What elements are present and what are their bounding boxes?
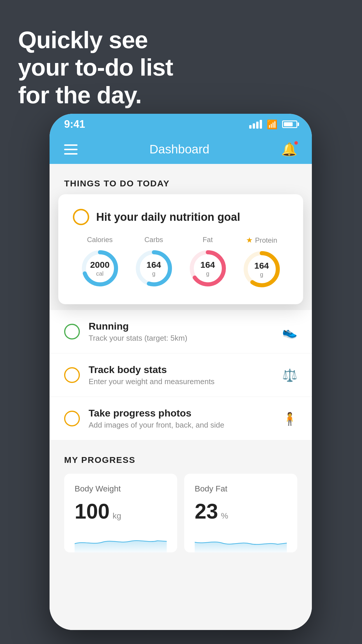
todo-title-photos: Take progress photos [89, 407, 273, 419]
nav-title: Dashboard [150, 142, 209, 156]
signal-icon [249, 120, 262, 129]
headline-line1: Quickly see [18, 27, 148, 53]
running-icon: 👟 [282, 325, 297, 339]
todo-item-photos[interactable]: Take progress photos Add images of your … [50, 397, 312, 440]
todo-text-running: Running Track your stats (target: 5km) [89, 321, 273, 343]
fat-value-group: 164 g [200, 260, 215, 277]
calories-value-group: 2000 cal [90, 260, 110, 277]
carbs-stat: Carbs 164 g [133, 236, 174, 289]
carbs-label: Carbs [144, 236, 163, 244]
body-weight-chart [75, 529, 167, 552]
nav-bar: Dashboard 🔔 [50, 135, 312, 164]
todo-title-body-stats: Track body stats [89, 364, 273, 375]
body-weight-card[interactable]: Body Weight 100 kg [64, 474, 177, 552]
phone-frame: 9:41 📶 Dashboard 🔔 THINGS TO [50, 114, 312, 630]
body-fat-card[interactable]: Body Fat 23 % [184, 474, 297, 552]
todo-subtitle-photos: Add images of your front, back, and side [89, 421, 273, 430]
carbs-value: 164 [146, 260, 161, 270]
notification-button[interactable]: 🔔 [281, 142, 297, 157]
status-icons: 📶 [249, 119, 297, 130]
body-weight-label: Body Weight [75, 484, 167, 494]
calories-label: Calories [87, 236, 113, 244]
nutrition-card[interactable]: Hit your daily nutrition goal Calories 2… [58, 194, 303, 304]
todo-circle-photos [64, 411, 80, 426]
calories-unit: cal [90, 270, 110, 277]
body-fat-unit: % [221, 511, 228, 521]
fat-unit: g [200, 270, 215, 277]
body-weight-unit: kg [113, 511, 121, 521]
fat-label: Fat [203, 236, 213, 244]
todo-circle-running [64, 324, 80, 340]
fat-donut: 164 g [187, 248, 228, 289]
todo-circle-body-stats [64, 367, 80, 383]
protein-donut: 164 g [241, 249, 282, 290]
fat-stat: Fat 164 g [187, 236, 228, 289]
todo-item-body-stats[interactable]: Track body stats Enter your weight and m… [50, 354, 312, 397]
nutrition-card-header: Hit your daily nutrition goal [73, 209, 289, 225]
status-time: 9:41 [64, 118, 85, 130]
calories-donut: 2000 cal [80, 248, 120, 289]
nutrition-card-title: Hit your daily nutrition goal [96, 211, 240, 223]
nutrition-check-circle [73, 209, 89, 225]
body-fat-chart [195, 529, 287, 552]
fat-value: 164 [200, 260, 215, 270]
scale-icon: ⚖️ [282, 368, 297, 382]
todo-item-running[interactable]: Running Track your stats (target: 5km) 👟 [50, 310, 312, 354]
protein-value-group: 164 g [254, 260, 269, 278]
todo-subtitle-running: Track your stats (target: 5km) [89, 334, 273, 343]
progress-cards: Body Weight 100 kg [64, 474, 297, 552]
protein-unit: g [254, 271, 269, 278]
todo-title-running: Running [89, 321, 273, 332]
menu-button[interactable] [64, 144, 78, 155]
carbs-unit: g [146, 270, 161, 277]
protein-value: 164 [254, 260, 269, 271]
body-fat-value: 23 [195, 499, 218, 523]
calories-stat: Calories 2000 cal [80, 236, 120, 289]
headline-line2: your to-do list [18, 54, 173, 80]
progress-section-title: MY PROGRESS [64, 455, 297, 465]
todo-subtitle-body-stats: Enter your weight and measurements [89, 377, 273, 386]
body-weight-value: 100 [75, 499, 110, 523]
protein-stat: ★ Protein 164 g [241, 236, 282, 290]
headline-line3: for the day. [18, 82, 142, 108]
phone-content: THINGS TO DO TODAY Hit your daily nutrit… [50, 164, 312, 630]
todo-text-photos: Take progress photos Add images of your … [89, 407, 273, 430]
headline-text: Quickly see your to-do list for the day. [18, 26, 173, 109]
body-fat-label: Body Fat [195, 484, 287, 494]
protein-label: ★ Protein [246, 236, 277, 245]
star-icon: ★ [246, 236, 253, 245]
body-fat-value-group: 23 % [195, 499, 287, 523]
carbs-donut: 164 g [133, 248, 174, 289]
todo-text-body-stats: Track body stats Enter your weight and m… [89, 364, 273, 386]
battery-icon [282, 120, 297, 128]
body-weight-value-group: 100 kg [75, 499, 167, 523]
progress-section: MY PROGRESS Body Weight 100 kg [50, 440, 312, 552]
things-section: THINGS TO DO TODAY [50, 164, 312, 188]
nutrition-stats: Calories 2000 cal Carbs [73, 236, 289, 290]
calories-value: 2000 [90, 260, 110, 270]
wifi-icon: 📶 [267, 119, 277, 130]
things-section-title: THINGS TO DO TODAY [64, 178, 297, 188]
photo-person-icon: 🧍 [282, 412, 297, 426]
status-bar: 9:41 📶 [50, 114, 312, 135]
carbs-value-group: 164 g [146, 260, 161, 277]
todo-list: Running Track your stats (target: 5km) 👟… [50, 310, 312, 440]
notification-dot [294, 141, 298, 145]
